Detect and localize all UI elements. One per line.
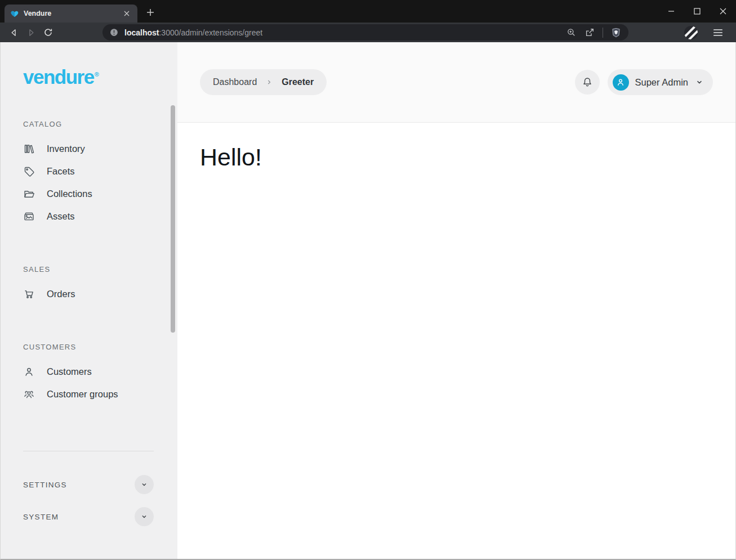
header-actions: Super Admin	[575, 69, 713, 95]
sidebar-scrollbar[interactable]	[171, 105, 175, 333]
sidebar-item-label: Facets	[47, 166, 75, 177]
sidebar-item-customers[interactable]: Customers	[23, 360, 154, 383]
main-area: Dashboard Greeter	[177, 42, 735, 559]
url-path: :3000/admin/extensions/greet	[159, 28, 262, 37]
window-minimize-icon[interactable]	[658, 0, 684, 23]
page-body: Hello!	[177, 123, 735, 192]
reload-icon[interactable]	[39, 25, 56, 41]
bell-icon	[581, 76, 594, 88]
breadcrumb: Dashboard Greeter	[200, 69, 327, 95]
sidebar-item-label: Collections	[47, 189, 92, 199]
tag-icon	[23, 165, 35, 177]
back-icon[interactable]	[6, 25, 23, 41]
url-actions	[566, 27, 622, 38]
app-content: vendure® CATALOG Inventory Facets	[0, 42, 736, 560]
url-separator	[603, 28, 603, 38]
chevron-down-icon	[140, 480, 149, 489]
breadcrumb-greeter[interactable]: Greeter	[282, 77, 314, 87]
avatar	[613, 74, 629, 91]
sidebar-item-label: Customer groups	[47, 389, 118, 400]
section-label-catalog: CATALOG	[23, 120, 154, 128]
library-icon	[23, 143, 35, 155]
section-label-sales: SALES	[23, 265, 154, 274]
sidebar-nav: CATALOG Inventory Facets	[1, 120, 177, 528]
sidebar-item-assets[interactable]: Assets	[23, 205, 154, 227]
window-controls	[658, 0, 736, 23]
users-icon	[23, 388, 35, 400]
window-maximize-icon[interactable]	[684, 0, 710, 23]
cart-icon	[23, 288, 35, 300]
zoom-icon[interactable]	[566, 27, 577, 38]
sidebar: vendure® CATALOG Inventory Facets	[1, 42, 177, 559]
vendure-logo: vendure®	[1, 42, 177, 88]
breadcrumb-dashboard[interactable]: Dashboard	[213, 77, 257, 87]
system-expand-button[interactable]	[135, 507, 154, 526]
logo-text: vendure	[23, 66, 94, 88]
profile-avatar-icon[interactable]	[683, 25, 699, 41]
chevron-right-icon	[265, 78, 274, 87]
chevron-down-icon	[694, 77, 704, 87]
brave-shield-icon[interactable]	[610, 27, 622, 38]
chevron-down-icon	[140, 512, 149, 521]
vendure-favicon-icon	[10, 9, 19, 18]
menu-icon[interactable]	[710, 25, 726, 41]
url-text: localhost:3000/admin/extensions/greet	[124, 28, 262, 37]
share-icon[interactable]	[584, 27, 595, 38]
user-menu[interactable]: Super Admin	[608, 69, 713, 95]
tab-title: Vendure	[24, 10, 117, 17]
sidebar-section-settings: SETTINGS	[23, 473, 154, 496]
sidebar-item-label: Assets	[47, 211, 75, 222]
logo-trademark: ®	[95, 71, 99, 78]
sidebar-item-inventory[interactable]: Inventory	[23, 137, 154, 160]
url-bar[interactable]: localhost:3000/admin/extensions/greet	[102, 24, 628, 41]
page-header: Dashboard Greeter	[177, 42, 735, 123]
sidebar-item-orders[interactable]: Orders	[23, 283, 154, 305]
browser-toolbar: localhost:3000/admin/extensions/greet	[0, 23, 736, 42]
user-avatar-icon	[615, 77, 626, 87]
browser-tab[interactable]: Vendure	[5, 5, 137, 23]
sidebar-item-collections[interactable]: Collections	[23, 182, 154, 205]
sidebar-divider	[23, 451, 154, 451]
folder-icon	[23, 188, 35, 200]
tab-close-icon[interactable]	[122, 8, 132, 19]
image-stack-icon	[23, 210, 35, 222]
browser-titlebar: Vendure	[0, 0, 736, 23]
sidebar-item-label: Customers	[47, 366, 92, 377]
browser-window: Vendure	[0, 0, 736, 560]
user-icon	[23, 366, 35, 378]
site-info-icon[interactable]	[109, 28, 119, 37]
url-host: localhost	[124, 28, 159, 37]
page-title: Hello!	[200, 144, 713, 171]
user-name: Super Admin	[635, 77, 688, 88]
window-close-icon[interactable]	[710, 0, 736, 23]
sidebar-item-label: Inventory	[47, 144, 85, 154]
sidebar-section-system: SYSTEM	[23, 505, 154, 528]
system-label: SYSTEM	[23, 513, 59, 521]
forward-icon[interactable]	[23, 25, 39, 41]
new-tab-icon[interactable]	[143, 5, 158, 20]
sidebar-item-label: Orders	[47, 289, 75, 299]
settings-expand-button[interactable]	[135, 475, 154, 494]
settings-label: SETTINGS	[23, 481, 67, 489]
sidebar-item-customer-groups[interactable]: Customer groups	[23, 383, 154, 405]
notifications-button[interactable]	[575, 70, 600, 95]
section-label-customers: CUSTOMERS	[23, 343, 154, 351]
sidebar-item-facets[interactable]: Facets	[23, 160, 154, 182]
